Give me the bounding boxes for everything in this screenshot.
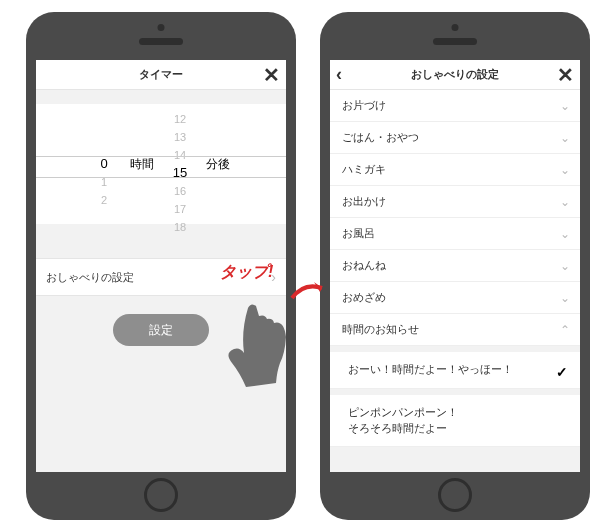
chevron-down-icon: ⌄ bbox=[560, 195, 570, 209]
voice-option[interactable]: ピンポンパンポーン！ そろそろ時間だよー bbox=[330, 395, 580, 448]
list-item[interactable]: おめざめ⌄ bbox=[330, 282, 580, 314]
home-button[interactable] bbox=[144, 478, 178, 512]
chevron-up-icon: ⌃ bbox=[560, 323, 570, 337]
list-item[interactable]: お風呂⌄ bbox=[330, 218, 580, 250]
chevron-down-icon: ⌄ bbox=[560, 259, 570, 273]
chevron-down-icon: ⌄ bbox=[560, 227, 570, 241]
phone-frame-right: ‹ おしゃべりの設定 ✕ お片づけ⌄ ごはん・おやつ⌄ ハミガキ⌄ お出かけ⌄ … bbox=[320, 12, 590, 520]
phone-speaker bbox=[433, 38, 477, 45]
close-icon[interactable]: ✕ bbox=[557, 63, 574, 87]
page-title: おしゃべりの設定 bbox=[411, 67, 499, 82]
screen-talk-settings: ‹ おしゃべりの設定 ✕ お片づけ⌄ ごはん・おやつ⌄ ハミガキ⌄ お出かけ⌄ … bbox=[330, 60, 580, 472]
page-title: タイマー bbox=[139, 67, 183, 82]
list-item[interactable]: ハミガキ⌄ bbox=[330, 154, 580, 186]
chevron-down-icon: ⌄ bbox=[560, 163, 570, 177]
list-item[interactable]: 時間のお知らせ⌃ bbox=[330, 314, 580, 346]
phone-camera bbox=[452, 24, 459, 31]
chevron-down-icon: ⌄ bbox=[560, 131, 570, 145]
list-item[interactable]: お出かけ⌄ bbox=[330, 186, 580, 218]
header: タイマー ✕ bbox=[36, 60, 286, 90]
set-button[interactable]: 設定 bbox=[113, 314, 209, 346]
list-item[interactable]: おねんね⌄ bbox=[330, 250, 580, 282]
list-item[interactable]: お片づけ⌄ bbox=[330, 90, 580, 122]
header: ‹ おしゃべりの設定 ✕ bbox=[330, 60, 580, 90]
back-icon[interactable]: ‹ bbox=[336, 64, 342, 85]
phone-camera bbox=[158, 24, 165, 31]
chevron-down-icon: ⌄ bbox=[560, 99, 570, 113]
close-icon[interactable]: ✕ bbox=[263, 63, 280, 87]
voice-option[interactable]: おーい！時間だよー！やっほー！ bbox=[330, 352, 580, 389]
talk-settings-label: おしゃべりの設定 bbox=[46, 270, 134, 285]
phone-speaker bbox=[139, 38, 183, 45]
annotation-tap-label: タップ! bbox=[220, 262, 273, 283]
time-picker[interactable]: 0 1 2 時間 12 13 14 15 16 17 18 分後 bbox=[36, 104, 286, 224]
home-button[interactable] bbox=[438, 478, 472, 512]
chevron-down-icon: ⌄ bbox=[560, 291, 570, 305]
list-item[interactable]: ごはん・おやつ⌄ bbox=[330, 122, 580, 154]
category-list: お片づけ⌄ ごはん・おやつ⌄ ハミガキ⌄ お出かけ⌄ お風呂⌄ おねんね⌄ おめ… bbox=[330, 90, 580, 346]
picker-selection-band bbox=[36, 156, 286, 178]
